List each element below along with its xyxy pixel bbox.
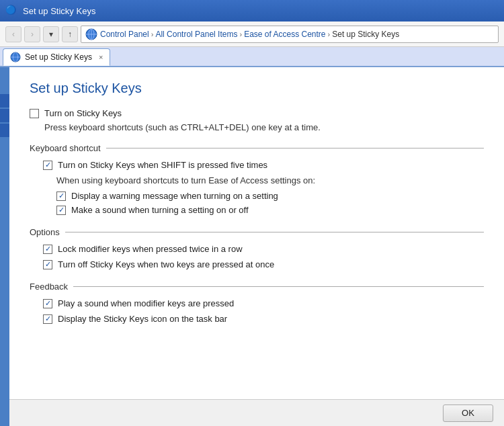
sticky-keys-tab[interactable]: Set up Sticky Keys ×: [3, 48, 110, 66]
checkbox-0-0[interactable]: [43, 161, 52, 170]
option-row-1-1: Turn off Sticky Keys when two keys are p…: [43, 259, 484, 269]
main-container: Set up Sticky Keys Turn on Sticky Keys P…: [0, 67, 504, 426]
section-options: OptionsLock modifier keys when pressed t…: [30, 227, 484, 269]
option-row-0-0: Turn on Sticky Keys when SHIFT is presse…: [43, 160, 484, 170]
turn-on-sticky-keys-row: Turn on Sticky Keys: [30, 108, 484, 118]
content-area: Set up Sticky Keys Turn on Sticky Keys P…: [9, 67, 504, 426]
sections-container: Keyboard shortcutTurn on Sticky Keys whe…: [30, 143, 484, 324]
checkbox-label-0-0: Turn on Sticky Keys when SHIFT is presse…: [58, 160, 267, 170]
tab-label: Set up Sticky Keys: [25, 52, 92, 62]
checkbox-label-1-1: Turn off Sticky Keys when two keys are p…: [58, 259, 274, 269]
forward-button[interactable]: ›: [24, 26, 40, 42]
option-row-0-2: Display a warning message when turning o…: [56, 191, 484, 201]
checkbox-label-0-2: Display a warning message when turning o…: [71, 191, 278, 201]
breadcrumb-current: Set up Sticky Keys: [332, 30, 399, 39]
breadcrumb-bar: Control Panel › All Control Panel Items …: [81, 26, 499, 43]
turn-on-sticky-keys-label: Turn on Sticky Keys: [44, 108, 122, 118]
section-line-2: [73, 286, 484, 287]
checkbox-1-1[interactable]: [43, 260, 52, 269]
option-row-2-1: Display the Sticky Keys icon on the task…: [43, 314, 484, 324]
accent-item-2: [0, 109, 9, 122]
breadcrumb-ease-of-access[interactable]: Ease of Access Centre: [244, 30, 325, 39]
checkbox-label-2-0: Play a sound when modifier keys are pres…: [58, 298, 234, 308]
section-header-0: Keyboard shortcut: [30, 143, 484, 153]
section-header-2: Feedback: [30, 282, 484, 292]
breadcrumb-all-items[interactable]: All Control Panel Items: [155, 30, 237, 39]
dropdown-button[interactable]: ▾: [43, 26, 59, 42]
ok-button[interactable]: OK: [443, 404, 493, 422]
section-header-1: Options: [30, 227, 484, 237]
breadcrumb-sep-2: ›: [239, 30, 242, 38]
option-desc-0-1: When using keyboard shortcuts to turn Ea…: [56, 175, 484, 185]
nav-bar: ‹ › ▾ ↑ Control Panel › All Control Pane…: [0, 22, 504, 47]
tab-bar: Set up Sticky Keys ×: [0, 47, 504, 67]
up-button[interactable]: ↑: [62, 26, 78, 42]
option-row-2-0: Play a sound when modifier keys are pres…: [43, 298, 484, 308]
accent-item-1: [0, 94, 9, 108]
back-button[interactable]: ‹: [5, 26, 22, 42]
accent-item-3: [0, 124, 9, 137]
checkbox-label-0-3: Make a sound when turning a setting on o…: [71, 205, 249, 215]
page-title: Set up Sticky Keys: [30, 81, 484, 96]
breadcrumb-sep-1: ›: [151, 30, 154, 38]
bottom-bar: OK: [9, 399, 504, 426]
section-title-0: Keyboard shortcut: [30, 143, 101, 153]
checkbox-label-1-0: Lock modifier keys when pressed twice in…: [58, 244, 243, 254]
window-title: Set up Sticky Keys: [23, 6, 95, 16]
section-title-1: Options: [30, 227, 60, 237]
section-feedback: FeedbackPlay a sound when modifier keys …: [30, 282, 484, 324]
checkbox-2-0[interactable]: [43, 299, 52, 308]
title-bar: 🔵 Set up Sticky Keys: [0, 0, 504, 22]
tab-icon: [10, 52, 21, 62]
checkbox-0-2[interactable]: [56, 191, 66, 201]
breadcrumb-control-panel[interactable]: Control Panel: [100, 30, 149, 39]
breadcrumb-sep-3: ›: [328, 30, 331, 38]
sticky-keys-description: Press keyboard shortcuts (such as CTRL+A…: [44, 122, 484, 132]
section-keyboard-shortcut: Keyboard shortcutTurn on Sticky Keys whe…: [30, 143, 484, 215]
option-row-0-3: Make a sound when turning a setting on o…: [56, 205, 484, 215]
checkbox-0-3[interactable]: [56, 206, 66, 215]
checkbox-2-1[interactable]: [43, 314, 52, 324]
section-title-2: Feedback: [30, 282, 68, 292]
option-row-1-0: Lock modifier keys when pressed twice in…: [43, 244, 484, 254]
app-icon: 🔵: [5, 5, 17, 17]
section-line-0: [106, 148, 484, 148]
breadcrumb-globe-icon: [85, 28, 97, 40]
checkbox-1-0[interactable]: [43, 245, 52, 254]
tab-close-button[interactable]: ×: [99, 53, 103, 61]
section-line-1: [65, 232, 484, 232]
left-accent: [0, 67, 9, 426]
checkbox-label-2-1: Display the Sticky Keys icon on the task…: [58, 314, 227, 324]
turn-on-sticky-keys-checkbox[interactable]: [30, 109, 39, 118]
